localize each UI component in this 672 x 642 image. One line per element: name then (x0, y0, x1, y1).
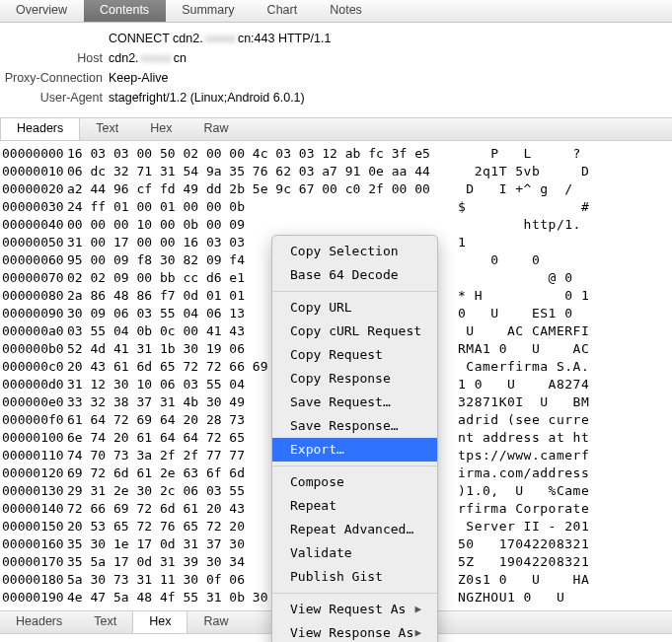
hex-ascii[interactable]: Server II - 201 (458, 518, 589, 535)
request-line: CONNECT cdn2.xxxxxcn:443 HTTP/1.1 (109, 29, 331, 48)
menu-item-label: Save Response… (290, 417, 399, 435)
hex-row[interactable]: 0000000016 03 03 00 50 02 00 00 4c 03 03… (2, 145, 664, 163)
hex-ascii[interactable]: 32871K0I U BM (458, 393, 589, 411)
host-head: cdn2. (109, 51, 139, 65)
hex-ascii[interactable]: $ # (458, 198, 589, 216)
bot-subtab-hex[interactable]: Hex (132, 611, 187, 633)
hex-offset: 000000e0 (2, 393, 67, 411)
menu-item-save-request[interactable]: Save Request… (272, 391, 437, 414)
menu-item-repeat-advanced[interactable]: Repeat Advanced… (272, 518, 437, 541)
tab-chart[interactable]: Chart (252, 0, 315, 22)
hex-ascii[interactable]: irma.com/address (458, 464, 589, 482)
subtab-raw[interactable]: Raw (187, 118, 244, 140)
hex-ascii[interactable]: 50 17042208321 (458, 535, 589, 553)
menu-item-label: Export… (290, 441, 344, 459)
hex-offset: 000000d0 (2, 376, 67, 393)
hex-ascii[interactable]: RMA1 0 U AC (458, 340, 589, 358)
menu-item-copy-url[interactable]: Copy URL (272, 296, 437, 320)
hex-ascii[interactable]: 1 0 U A8274 (458, 376, 589, 393)
hex-row[interactable]: 0000003024 ff 01 00 01 00 00 0b $ # (2, 198, 664, 216)
hex-row[interactable]: 0000001006 dc 32 71 31 54 9a 35 76 62 03… (2, 163, 664, 180)
hex-ascii[interactable]: D I +^ g / (458, 180, 589, 198)
hex-offset: 00000030 (2, 198, 67, 216)
menu-item-compose[interactable]: Compose (272, 470, 437, 494)
hex-row[interactable]: 00000020a2 44 96 cf fd 49 dd 2b 5e 9c 67… (2, 180, 664, 198)
hex-view[interactable]: 0000000016 03 03 00 50 02 00 00 4c 03 03… (0, 141, 672, 610)
hex-ascii[interactable]: tps://www.camerf (458, 447, 589, 464)
menu-item-copy-request[interactable]: Copy Request (272, 343, 437, 367)
hex-offset: 00000180 (2, 571, 67, 589)
hex-offset: 00000160 (2, 535, 67, 553)
hex-offset: 00000000 (2, 145, 67, 163)
hex-ascii[interactable]: U AC CAMERFI (458, 322, 589, 340)
hex-ascii[interactable]: 0 U ES1 0 (458, 305, 589, 322)
menu-item-copy-curl-request[interactable]: Copy cURL Request (272, 320, 437, 343)
menu-item-label: Copy Selection (290, 243, 399, 260)
hex-ascii[interactable]: 0 0 (458, 251, 589, 269)
tab-summary[interactable]: Summary (166, 0, 251, 22)
hex-offset: 00000140 (2, 500, 67, 518)
hex-ascii[interactable]: nt address at ht (458, 429, 589, 447)
proxy-connection-value: Keep-Alive (109, 68, 168, 88)
hex-bytes[interactable]: a2 44 96 cf fd 49 dd 2b 5e 9c 67 00 c0 2… (67, 180, 458, 198)
hex-bytes[interactable]: 06 dc 32 71 31 54 9a 35 76 62 03 a7 91 0… (67, 163, 458, 180)
bot-subtab-headers[interactable]: Headers (0, 611, 78, 633)
menu-item-export[interactable]: Export… (272, 438, 437, 462)
menu-item-publish-gist[interactable]: Publish Gist (272, 565, 437, 589)
hex-ascii[interactable]: 1 (458, 234, 589, 251)
menu-item-validate[interactable]: Validate (272, 541, 437, 565)
hex-ascii[interactable]: * H 0 1 (458, 287, 589, 305)
tab-contents[interactable]: Contents (84, 0, 166, 22)
request-line-label (0, 29, 103, 48)
hex-ascii[interactable]: rfirma Corporate (458, 500, 589, 518)
tab-overview[interactable]: Overview (0, 0, 84, 22)
hex-offset: 00000040 (2, 216, 67, 234)
hex-ascii[interactable]: http/1. (458, 216, 581, 234)
bot-subtab-raw[interactable]: Raw (187, 611, 244, 633)
hex-bytes[interactable]: 00 00 00 10 00 0b 00 09 (67, 216, 458, 234)
hex-ascii[interactable]: )1.0, U %Came (458, 482, 589, 500)
menu-separator (272, 291, 437, 292)
hex-ascii[interactable]: @ 0 (458, 269, 589, 287)
hex-offset: 00000020 (2, 180, 67, 198)
hex-ascii[interactable]: Z0s1 0 U HA (458, 571, 589, 589)
redacted-segment: xxxxx (203, 32, 238, 45)
tab-notes[interactable]: Notes (314, 0, 379, 22)
menu-item-repeat[interactable]: Repeat (272, 494, 437, 518)
hex-bytes[interactable]: 24 ff 01 00 01 00 00 0b (67, 198, 458, 216)
subtab-hex[interactable]: Hex (134, 118, 187, 140)
menu-item-save-response[interactable]: Save Response… (272, 414, 437, 438)
body-top-tab-bar: Headers Text Hex Raw (0, 117, 672, 141)
menu-item-label: Copy cURL Request (290, 322, 421, 340)
bot-subtab-text[interactable]: Text (78, 611, 132, 633)
menu-item-copy-response[interactable]: Copy Response (272, 367, 437, 391)
hex-ascii[interactable]: Camerfirma S.A. (458, 358, 589, 376)
hex-offset: 00000060 (2, 251, 67, 269)
top-tab-bar: Overview Contents Summary Chart Notes (0, 0, 672, 23)
hex-ascii[interactable]: NGZHOU1 0 U (458, 589, 589, 606)
subtab-text[interactable]: Text (80, 118, 134, 140)
hex-offset: 000000f0 (2, 411, 67, 429)
menu-item-copy-selection[interactable]: Copy Selection (272, 240, 437, 263)
menu-item-label: Copy URL (290, 299, 352, 317)
hex-ascii[interactable]: adrid (see curre (458, 411, 589, 429)
hex-row[interactable]: 0000004000 00 00 10 00 0b 00 09 http/1. (2, 216, 664, 234)
menu-item-label: Save Request… (290, 393, 391, 411)
hex-ascii[interactable]: 2q1T 5vb D (458, 163, 589, 180)
menu-item-label: Validate (290, 544, 352, 562)
menu-item-base-64-decode[interactable]: Base 64 Decode (272, 263, 437, 287)
hex-ascii[interactable]: P L ? (458, 145, 589, 163)
menu-item-label: View Request As (290, 601, 406, 610)
menu-item-label: Publish Gist (290, 568, 383, 586)
hex-offset: 000000b0 (2, 340, 67, 358)
menu-item-label: Base 64 Decode (290, 266, 399, 284)
hex-offset: 00000170 (2, 553, 67, 571)
hex-ascii[interactable]: 5Z 19042208321 (458, 553, 589, 571)
subtab-headers[interactable]: Headers (0, 118, 80, 140)
menu-item-view-request-as[interactable]: View Request As▶ (272, 598, 437, 610)
hex-offset: 00000130 (2, 482, 67, 500)
hex-offset: 000000c0 (2, 358, 67, 376)
menu-separator (272, 593, 437, 594)
submenu-arrow-icon: ▶ (414, 601, 421, 610)
hex-bytes[interactable]: 16 03 03 00 50 02 00 00 4c 03 03 12 ab f… (67, 145, 458, 163)
